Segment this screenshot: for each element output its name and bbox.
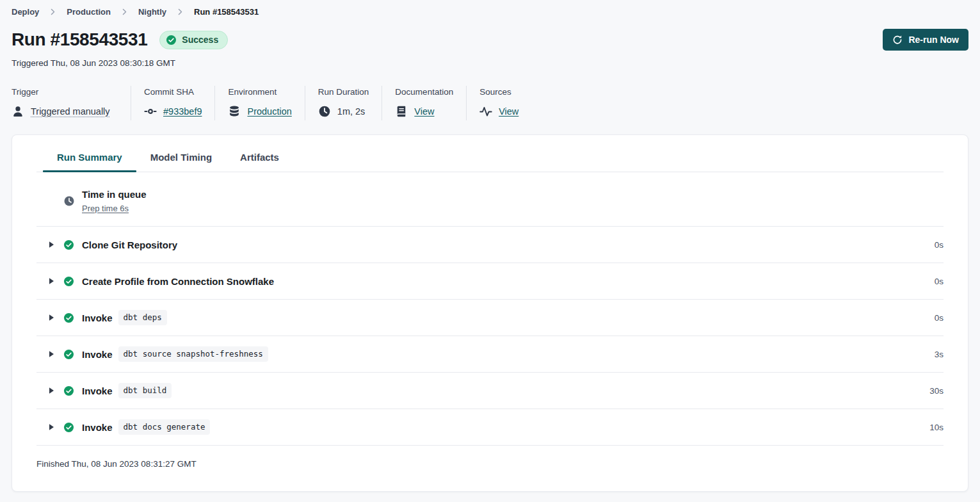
clock-icon (318, 105, 331, 118)
breadcrumb: DeployProductionNightlyRun #158543531 (12, 7, 968, 17)
meta-link-documentation[interactable]: View (414, 106, 434, 117)
meta-value: View (395, 105, 453, 118)
refresh-icon (892, 35, 903, 45)
book-icon (395, 105, 408, 118)
meta-text-run-duration: 1m, 2s (337, 106, 365, 117)
page-header: DeployProductionNightlyRun #158543531 Ru… (0, 0, 980, 120)
meta-commit-sha: Commit SHA#933bef9 (131, 86, 215, 120)
tab-run-summary[interactable]: Run Summary (43, 145, 136, 172)
time-in-queue-section: Time in queue Prep time 6s (36, 172, 944, 227)
prep-time-link[interactable]: Prep time 6s (82, 204, 129, 213)
check-circle-icon (63, 239, 74, 250)
expand-caret-icon[interactable] (47, 313, 56, 322)
meta-link-commit-sha[interactable]: #933bef9 (163, 106, 202, 117)
tab-bar: Run SummaryModel TimingArtifacts (36, 135, 944, 172)
expand-caret-icon[interactable] (47, 350, 56, 359)
command-code-chip: dbt build (118, 383, 172, 398)
meta-link-environment[interactable]: Production (247, 106, 291, 117)
meta-value: #933bef9 (144, 105, 202, 118)
meta-sources: SourcesView (467, 86, 531, 120)
meta-row: TriggerTriggered manuallyCommit SHA#933b… (12, 86, 968, 120)
expand-caret-icon[interactable] (47, 240, 56, 249)
database-icon (228, 105, 241, 118)
meta-label: Documentation (395, 87, 453, 97)
step-title: Invokedbt deps (82, 310, 167, 325)
rerun-now-button[interactable]: Re-run Now (883, 29, 968, 51)
step-duration: 10s (929, 423, 944, 432)
step-row[interactable]: Invokedbt docs generate10s (36, 409, 944, 446)
breadcrumb-item-run-158543531[interactable]: Run #158543531 (194, 7, 259, 17)
step-title: Invokedbt source snapshot-freshness (82, 346, 268, 362)
step-duration: 0s (935, 313, 944, 323)
rerun-now-label: Re-run Now (908, 35, 959, 45)
meta-run-duration: Run Duration1m, 2s (305, 86, 383, 120)
meta-documentation: DocumentationView (382, 86, 467, 120)
step-duration: 30s (929, 386, 944, 396)
run-details-card: Run SummaryModel TimingArtifacts Time in… (12, 134, 968, 492)
time-in-queue-title: Time in queue (82, 188, 147, 200)
check-circle-icon (63, 312, 74, 323)
chevron-right-icon (49, 8, 57, 16)
breadcrumb-item-deploy[interactable]: Deploy (12, 7, 39, 17)
steps-list: Clone Git Repository0sCreate Profile fro… (36, 227, 944, 446)
meta-value: Triggered manually (12, 105, 118, 118)
meta-text-trigger: Triggered manually (31, 106, 110, 117)
meta-label: Commit SHA (144, 87, 202, 97)
expand-caret-icon[interactable] (47, 277, 56, 286)
chevron-right-icon (120, 8, 129, 16)
command-code-chip: dbt deps (118, 310, 167, 325)
check-circle-icon (63, 422, 74, 433)
triggered-timestamp: Triggered Thu, 08 Jun 2023 08:30:18 GMT (12, 58, 968, 68)
step-row[interactable]: Invokedbt deps0s (36, 300, 944, 336)
expand-caret-icon[interactable] (47, 423, 56, 432)
command-code-chip: dbt docs generate (118, 419, 211, 435)
chevron-right-icon (49, 8, 57, 16)
time-in-queue-text: Time in queue Prep time 6s (82, 188, 147, 214)
meta-label: Environment (228, 87, 291, 97)
step-title: Invokedbt build (82, 383, 172, 398)
tab-artifacts[interactable]: Artifacts (226, 145, 293, 172)
tab-model-timing[interactable]: Model Timing (136, 145, 226, 172)
title-row: Run #158543531 Success Re-run Now (12, 29, 968, 51)
chevron-right-icon (120, 8, 129, 16)
step-duration: 0s (935, 240, 944, 250)
expand-caret-icon[interactable] (47, 386, 56, 395)
check-circle-icon (166, 35, 177, 45)
check-circle-icon (63, 385, 74, 396)
step-title: Create Profile from Connection Snowflake (82, 276, 274, 287)
breadcrumb-item-production[interactable]: Production (67, 7, 111, 17)
step-row[interactable]: Invokedbt source snapshot-freshness3s (36, 336, 944, 373)
step-row[interactable]: Invokedbt build30s (36, 373, 944, 409)
meta-label: Sources (479, 87, 518, 97)
pulse-icon (479, 105, 492, 118)
finished-timestamp: Finished Thu, 08 Jun 2023 08:31:27 GMT (36, 446, 944, 469)
chevron-right-icon (176, 8, 184, 16)
check-circle-icon (63, 276, 74, 287)
meta-value: View (479, 105, 518, 118)
meta-label: Trigger (12, 87, 118, 97)
check-circle-icon (63, 349, 74, 360)
commit-icon (144, 105, 157, 118)
meta-value: 1m, 2s (318, 105, 369, 118)
step-title: Clone Git Repository (82, 239, 177, 250)
meta-trigger: TriggerTriggered manually (12, 86, 131, 120)
meta-link-sources[interactable]: View (499, 106, 518, 117)
step-row[interactable]: Clone Git Repository0s (36, 227, 944, 263)
step-duration: 0s (935, 277, 944, 286)
chevron-right-icon (176, 8, 184, 16)
step-title: Invokedbt docs generate (82, 419, 210, 435)
step-row[interactable]: Create Profile from Connection Snowflake… (36, 263, 944, 300)
page-title: Run #158543531 (12, 29, 147, 51)
breadcrumb-item-nightly[interactable]: Nightly (138, 7, 166, 17)
clock-icon (63, 195, 75, 207)
command-code-chip: dbt source snapshot-freshness (118, 346, 268, 362)
meta-label: Run Duration (318, 87, 369, 97)
meta-environment: EnvironmentProduction (215, 86, 305, 120)
step-duration: 3s (935, 350, 944, 359)
person-icon (12, 105, 24, 118)
status-badge-label: Success (182, 35, 218, 45)
meta-value: Production (228, 105, 291, 118)
status-badge: Success (159, 31, 228, 49)
